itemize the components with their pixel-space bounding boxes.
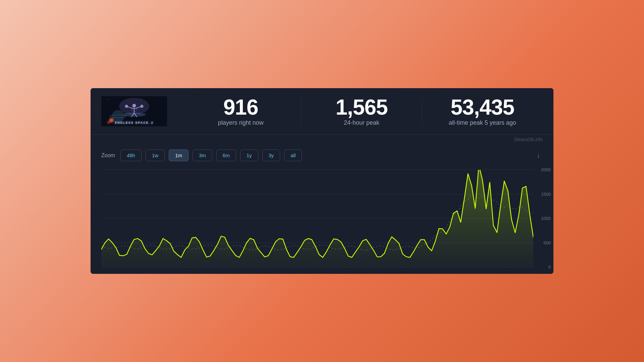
zoom-btn-all[interactable]: all [284, 149, 302, 161]
y-label-0: 0 [548, 264, 551, 269]
all-time-peak-number: 53,435 [450, 97, 514, 118]
current-players-label: players right now [218, 119, 264, 126]
svg-point-5 [155, 100, 155, 101]
svg-point-26 [107, 121, 110, 124]
stat-current-players: 916 players right now [180, 97, 301, 126]
zoom-btn-3y[interactable]: 3y [262, 149, 280, 161]
peak-24h-number: 1,565 [335, 97, 387, 118]
chart-container: 2000 1500 1000 500 0 [91, 167, 553, 274]
zoom-btn-1m[interactable]: 1m [169, 149, 189, 161]
svg-point-8 [153, 106, 154, 107]
stat-all-time-peak: 53,435 all-time peak 5 years ago [422, 97, 543, 126]
svg-point-7 [113, 105, 113, 105]
controls-row: Zoom 48h 1w 1m 3m 6m 1y 3y all ↓ [91, 144, 553, 167]
svg-point-25 [110, 119, 113, 122]
stats-container: 916 players right now 1,565 24-hour peak… [180, 97, 543, 126]
svg-point-21 [141, 105, 143, 108]
svg-point-16 [132, 104, 136, 107]
zoom-btn-3m[interactable]: 3m [193, 149, 212, 161]
download-button[interactable]: ↓ [534, 150, 543, 161]
header: ENDLESS SPACE_2 916 players right now 1,… [91, 88, 553, 135]
player-chart [101, 170, 533, 267]
zoom-btn-6m[interactable]: 6m [216, 149, 236, 161]
svg-point-20 [125, 105, 128, 108]
zoom-btn-1w[interactable]: 1w [146, 149, 165, 161]
svg-point-10 [165, 103, 165, 103]
y-label-1500: 1500 [541, 191, 551, 196]
current-players-number: 916 [223, 97, 258, 118]
zoom-btn-48h[interactable]: 48h [120, 149, 142, 161]
game-title-thumbnail: ENDLESS SPACE_2 [115, 121, 153, 124]
peak-24h-label: 24-hour peak [344, 119, 379, 126]
svg-point-9 [104, 109, 105, 110]
watermark-row: SteamDB.info [91, 135, 553, 144]
y-label-1000: 1000 [541, 216, 551, 221]
watermark-text: SteamDB.info [514, 137, 543, 142]
svg-point-1 [108, 99, 108, 100]
game-thumbnail: ENDLESS SPACE_2 [101, 96, 167, 126]
steamdb-card: ENDLESS SPACE_2 916 players right now 1,… [91, 88, 553, 274]
y-label-2000: 2000 [541, 167, 551, 172]
all-time-peak-label: all-time peak 5 years ago [449, 119, 516, 126]
zoom-btn-1y[interactable]: 1y [240, 149, 258, 161]
y-label-500: 500 [543, 240, 551, 245]
zoom-label: Zoom [101, 153, 115, 159]
stat-24h-peak: 1,565 24-hour peak [301, 97, 422, 126]
svg-point-6 [160, 97, 160, 97]
svg-point-2 [116, 98, 116, 98]
chart-area: 2000 1500 1000 500 0 [101, 170, 533, 267]
